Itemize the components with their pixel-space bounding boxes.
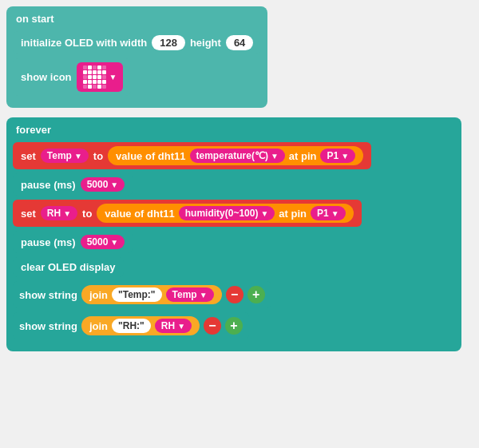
temp-pin-pill[interactable]: P1 ▼ (320, 149, 355, 163)
icon-dropdown-arrow: ▼ (109, 73, 117, 81)
at-pin-label-2: at pin (279, 208, 307, 220)
show-str2-row: show string join "RH:" RH ▼ − + (13, 312, 455, 339)
rh-var-pill[interactable]: RH ▼ (41, 206, 77, 220)
set-temp-row: set Temp ▼ to value of dht11 temperature… (13, 142, 455, 169)
icon-grid-button[interactable]: ▼ (77, 62, 124, 92)
pause1-row: pause (ms) 5000 ▼ (13, 173, 455, 196)
show-str2-label: show string (19, 320, 77, 332)
height-label: height (190, 37, 221, 49)
dht-rh-block: value of dht11 humidity(0~100) ▼ at pin … (97, 204, 353, 223)
pause2-row: pause (ms) 5000 ▼ (13, 231, 455, 253)
show-str2-block: show string join "RH:" RH ▼ − + (13, 312, 249, 339)
show-str1-plus[interactable]: + (247, 286, 265, 303)
set-rh-row: set RH ▼ to value of dht11 humidity(0~10… (13, 200, 455, 227)
set-temp-label: set (21, 150, 36, 162)
show-str2-minus[interactable]: − (204, 317, 221, 335)
rh-pin-pill[interactable]: P1 ▼ (311, 206, 346, 220)
pause1-arrow: ▼ (110, 180, 118, 189)
init-block: initialize OLED with width 128 height 64 (13, 31, 261, 54)
join1-block: join "Temp:" Temp ▼ (81, 285, 222, 304)
show-icon-label: show icon (21, 71, 72, 83)
rh-func-pill[interactable]: humidity(0~100) ▼ (179, 206, 275, 220)
temp-literal[interactable]: "Temp:" (112, 287, 162, 302)
pause2-block: pause (ms) 5000 ▼ (13, 231, 133, 253)
join2-label: join (89, 320, 108, 332)
pause2-value[interactable]: 5000 ▼ (81, 235, 125, 249)
clear-label: clear OLED display (21, 261, 116, 273)
temp-var-pill[interactable]: Temp ▼ (41, 149, 89, 163)
join2-block: join "RH:" RH ▼ (81, 316, 200, 335)
forever-header: forever (13, 122, 455, 137)
height-value[interactable]: 64 (226, 35, 253, 50)
init-row: initialize OLED with width 128 height 64 (13, 31, 261, 54)
temp-join-pill[interactable]: Temp ▼ (166, 287, 214, 302)
show-icon-row: show icon ▼ (13, 58, 261, 96)
dht-rh-label: value of dht11 (105, 208, 174, 220)
clear-block: clear OLED display (13, 257, 124, 277)
init-label: initialize OLED with width (21, 37, 147, 49)
on-start-container: on start initialize OLED with width 128 … (6, 6, 473, 108)
forever-container: forever set Temp ▼ to value of dht11 tem… (6, 117, 473, 351)
pause1-block: pause (ms) 5000 ▼ (13, 173, 133, 196)
show-str1-block: show string join "Temp:" Temp ▼ − + (13, 281, 271, 308)
pause1-value[interactable]: 5000 ▼ (81, 177, 125, 192)
rh-func-arrow: ▼ (260, 209, 268, 218)
width-value[interactable]: 128 (152, 35, 185, 50)
rh-join-arrow: ▼ (177, 322, 185, 331)
temp-func-arrow: ▼ (271, 152, 279, 161)
set-rh-block: set RH ▼ to value of dht11 humidity(0~10… (13, 200, 362, 227)
clear-row: clear OLED display (13, 257, 455, 277)
on-start-block: on start initialize OLED with width 128 … (6, 6, 267, 108)
at-pin-label-1: at pin (289, 150, 317, 162)
show-str1-label: show string (19, 289, 77, 301)
join1-label: join (89, 289, 108, 301)
to-label-2: to (82, 208, 92, 220)
pause2-arrow: ▼ (110, 238, 118, 247)
rh-pin-arrow: ▼ (331, 209, 339, 218)
show-icon-block: show icon ▼ (13, 58, 131, 96)
show-str2-plus[interactable]: + (225, 317, 243, 335)
forever-block: forever set Temp ▼ to value of dht11 tem… (6, 117, 461, 351)
temp-pin-arrow: ▼ (341, 152, 349, 161)
pause1-label: pause (ms) (21, 179, 76, 191)
dht-temp-block: value of dht11 temperature(℃) ▼ at pin P… (108, 146, 363, 165)
pause2-label: pause (ms) (21, 236, 76, 248)
on-start-header: on start (13, 11, 261, 26)
temp-var-arrow: ▼ (74, 152, 82, 161)
set-temp-block: set Temp ▼ to value of dht11 temperature… (13, 142, 371, 169)
rh-literal[interactable]: "RH:" (112, 319, 151, 333)
to-label-1: to (93, 150, 103, 162)
rh-join-pill[interactable]: RH ▼ (155, 319, 192, 333)
temp-func-pill[interactable]: temperature(℃) ▼ (190, 149, 285, 163)
temp-join-arrow: ▼ (200, 291, 208, 299)
set-rh-label: set (21, 208, 36, 220)
rh-var-arrow: ▼ (63, 209, 71, 218)
icon-grid (83, 65, 106, 89)
dht-temp-label: value of dht11 (116, 150, 185, 162)
show-str1-row: show string join "Temp:" Temp ▼ − + (13, 281, 455, 308)
show-str1-minus[interactable]: − (226, 286, 243, 303)
